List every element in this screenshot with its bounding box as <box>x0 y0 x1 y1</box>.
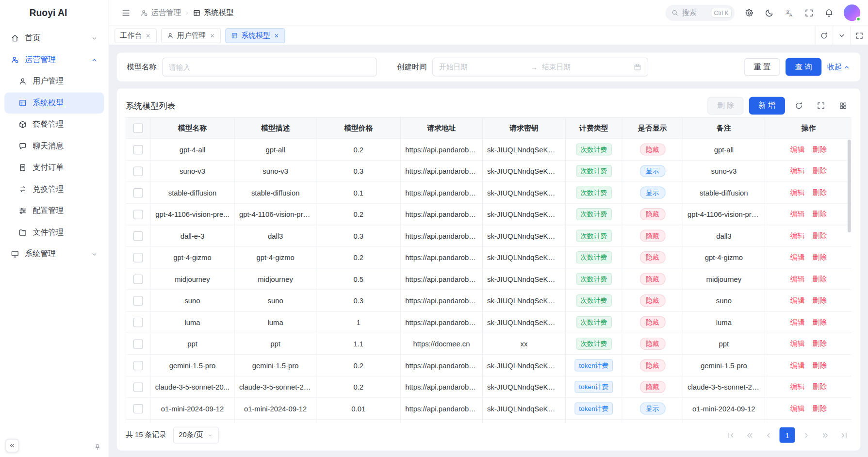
close-icon[interactable] <box>274 33 280 39</box>
user-avatar[interactable] <box>844 4 860 21</box>
sidebar-item-chat-message[interactable]: 聊天消息 <box>4 136 104 157</box>
model-price: 0.3 <box>316 160 400 181</box>
sidebar-item-system-model[interactable]: 系统模型 <box>4 93 104 114</box>
page-size-select[interactable]: 20条/页 <box>173 427 219 443</box>
billing-type-tag: 次数计费 <box>576 165 611 177</box>
edit-link[interactable]: 编辑 <box>790 145 805 153</box>
language-button[interactable] <box>780 4 798 22</box>
content-fullscreen-button[interactable] <box>851 26 868 45</box>
row-checkbox[interactable] <box>133 145 143 154</box>
sidebar-item-operations[interactable]: 运营管理 <box>4 49 104 70</box>
row-checkbox[interactable] <box>133 339 143 348</box>
delete-link[interactable]: 删除 <box>812 318 827 326</box>
edit-link[interactable]: 编辑 <box>790 361 805 369</box>
pagination-next-button[interactable] <box>798 427 814 443</box>
model-desc: gpt-all <box>234 139 316 160</box>
delete-link[interactable]: 删除 <box>812 210 827 218</box>
select-all-checkbox[interactable] <box>133 123 143 132</box>
row-checkbox[interactable] <box>133 231 143 240</box>
notifications-button[interactable] <box>820 4 838 22</box>
edit-link[interactable]: 编辑 <box>790 166 805 175</box>
edit-link[interactable]: 编辑 <box>790 404 805 412</box>
sidebar-pin-button[interactable] <box>94 443 101 451</box>
add-button[interactable]: 新 增 <box>749 97 785 115</box>
delete-link[interactable]: 删除 <box>812 296 827 304</box>
delete-link[interactable]: 删除 <box>812 188 827 196</box>
pagination-page-1[interactable]: 1 <box>780 427 795 443</box>
column-settings-button[interactable] <box>835 98 852 114</box>
row-checkbox[interactable] <box>133 188 143 197</box>
sidebar-collapse-button[interactable] <box>5 439 18 452</box>
sidebar-item-exchange-manage[interactable]: 兑换管理 <box>4 179 104 200</box>
edit-link[interactable]: 编辑 <box>790 382 805 391</box>
edit-link[interactable]: 编辑 <box>790 296 805 304</box>
scrollbar-thumb[interactable] <box>848 140 851 233</box>
model-name-input[interactable] <box>162 58 377 77</box>
pagination-first-button[interactable] <box>723 427 738 443</box>
close-icon[interactable] <box>145 33 151 39</box>
edit-link[interactable]: 编辑 <box>790 339 805 347</box>
delete-link[interactable]: 删除 <box>812 145 827 153</box>
edit-link[interactable]: 编辑 <box>790 188 805 196</box>
row-checkbox[interactable] <box>133 166 143 176</box>
edit-link[interactable]: 编辑 <box>790 275 805 283</box>
sidebar-item-payment-order[interactable]: 支付订单 <box>4 157 104 178</box>
close-icon[interactable] <box>209 33 215 39</box>
theme-toggle-button[interactable] <box>760 4 778 22</box>
edit-link[interactable]: 编辑 <box>790 253 805 261</box>
row-checkbox[interactable] <box>133 274 143 283</box>
delete-link[interactable]: 删除 <box>812 361 827 369</box>
query-button[interactable]: 查 询 <box>786 58 821 76</box>
table-refresh-button[interactable] <box>790 98 807 114</box>
delete-link[interactable]: 删除 <box>812 382 827 391</box>
row-checkbox[interactable] <box>133 210 143 219</box>
delete-link[interactable]: 删除 <box>812 253 827 261</box>
sidebar-item-file-manage[interactable]: 文件管理 <box>4 222 104 243</box>
global-search[interactable]: 搜索 Ctrl K <box>665 5 735 21</box>
operations-cell: 编辑删除 <box>765 203 852 225</box>
tab-refresh-button[interactable] <box>815 26 833 45</box>
tab-user-manage[interactable]: 用户管理 <box>161 28 221 43</box>
breadcrumb-item-current[interactable]: 系统模型 <box>193 8 233 18</box>
date-range-picker[interactable]: 开始日期 → 结束日期 <box>432 58 648 77</box>
fullscreen-button[interactable] <box>800 4 818 22</box>
pagination-fwd5-button[interactable] <box>817 427 833 443</box>
sidebar-item-config-manage[interactable]: 配置管理 <box>4 200 104 221</box>
chevron-up-icon <box>843 64 851 71</box>
delete-link[interactable]: 删除 <box>812 275 827 283</box>
model-desc: suno <box>234 290 316 311</box>
edit-link[interactable]: 编辑 <box>790 210 805 218</box>
collapse-filter-link[interactable]: 收起 <box>827 62 851 72</box>
sidebar-item-user-manage[interactable]: 用户管理 <box>4 71 104 92</box>
tab-system-model[interactable]: 系统模型 <box>225 28 285 43</box>
sidebar-item-system-manage[interactable]: 系统管理 <box>4 244 104 264</box>
model-desc: dall3 <box>234 225 316 246</box>
row-checkbox[interactable] <box>133 382 143 392</box>
sidebar-item-home[interactable]: 首页 <box>4 28 104 49</box>
edit-link[interactable]: 编辑 <box>790 318 805 326</box>
reset-button[interactable]: 重 置 <box>744 58 780 76</box>
row-checkbox[interactable] <box>133 253 143 262</box>
delete-link[interactable]: 删除 <box>812 166 827 175</box>
batch-delete-button[interactable]: 删 除 <box>708 97 744 115</box>
row-checkbox[interactable] <box>133 296 143 305</box>
billing-type-tag: 次数计费 <box>576 338 611 350</box>
sidebar-toggle-button[interactable] <box>117 4 135 22</box>
brand[interactable]: Ruoyi AI <box>0 0 109 27</box>
tab-workbench[interactable]: 工作台 <box>115 28 157 43</box>
row-checkbox[interactable] <box>133 404 143 413</box>
delete-link[interactable]: 删除 <box>812 231 827 240</box>
delete-link[interactable]: 删除 <box>812 404 827 412</box>
pagination-back5-button[interactable] <box>742 427 757 443</box>
pagination-prev-button[interactable] <box>761 427 776 443</box>
breadcrumb-item-operations[interactable]: 运营管理 <box>140 8 181 18</box>
settings-button[interactable] <box>740 4 758 22</box>
tab-more-button[interactable] <box>833 26 851 45</box>
row-checkbox[interactable] <box>133 360 143 370</box>
edit-link[interactable]: 编辑 <box>790 231 805 240</box>
table-fullscreen-button[interactable] <box>813 98 829 114</box>
row-checkbox[interactable] <box>133 317 143 326</box>
sidebar-item-package-manage[interactable]: 套餐管理 <box>4 114 104 135</box>
delete-link[interactable]: 删除 <box>812 339 827 347</box>
pagination-last-button[interactable] <box>836 427 852 443</box>
